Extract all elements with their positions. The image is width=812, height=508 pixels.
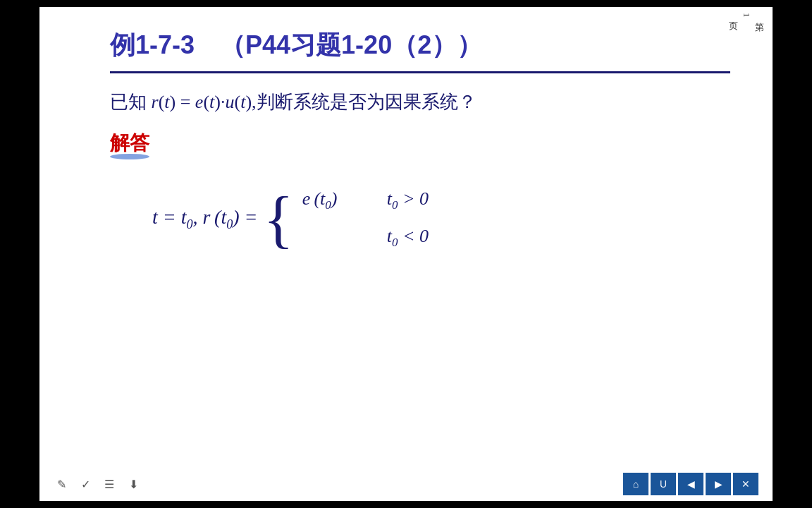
toolbar-bottom: ✎ ✓ ☰ ⬇ ⌂ U ◀ ▶ ✕ [39,473,773,495]
solution-underline [110,154,149,159]
content-area: 例1-7-3 （P44习题1-20（2）） 已知 r(t) = e(t)·u(t… [39,7,773,501]
list-icon[interactable]: ☰ [102,476,117,492]
problem-text: 已知 r(t) = e(t)·u(t),判断系统是否为因果系统？ [110,87,737,117]
check-icon[interactable]: ✓ [78,476,93,492]
brace-cases: e (t0) t0 > 0 [302,188,429,249]
slide-title: 例1-7-3 （P44习题1-20（2）） [110,28,737,63]
title-divider [110,71,730,73]
math-content: t = t0, r (t0) = { e (t0) [152,188,737,251]
page-indicator: 第1页 [727,13,765,18]
math-lhs: t = t0, r (t0) = [152,206,258,232]
case-row-1: e (t0) t0 > 0 [302,188,429,212]
case-expr-2 [302,226,366,247]
solution-label-text: 解答 [110,132,149,154]
nav-buttons: ⌂ U ◀ ▶ ✕ [623,473,758,495]
slide-container: 第1页 例1-7-3 （P44习题1-20（2）） 已知 r(t) = e(t)… [39,7,773,501]
case-cond-2: t0 < 0 [387,226,429,250]
down-icon[interactable]: ⬇ [125,476,141,492]
case-expr-1: e (t0) [302,188,366,212]
solution-label: 解答 [110,130,149,157]
next-button[interactable]: ▶ [706,473,731,495]
prev-button[interactable]: ◀ [678,473,703,495]
u-button[interactable]: U [651,473,676,495]
pencil-icon[interactable]: ✎ [54,476,69,492]
case-cond-1: t0 > 0 [387,188,429,212]
home-button[interactable]: ⌂ [623,473,648,495]
close-button[interactable]: ✕ [733,473,758,495]
case-row-2: t0 < 0 [302,226,429,250]
left-brace: { [264,188,294,251]
math-equation: t = t0, r (t0) = { e (t0) [152,188,737,251]
toolbar-left: ✎ ✓ ☰ ⬇ [54,476,141,492]
